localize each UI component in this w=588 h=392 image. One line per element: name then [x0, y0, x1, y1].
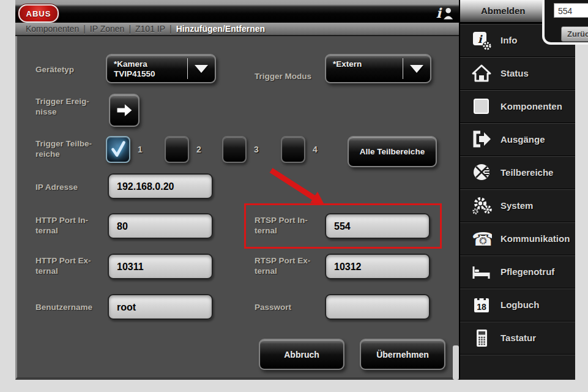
home-icon	[471, 63, 492, 84]
sidebar-item-label: Status	[501, 68, 529, 78]
trigger-partitions-label: Trigger Teilbe- reiche	[35, 138, 108, 159]
bed-icon	[471, 262, 492, 282]
info-gear-icon: i	[471, 30, 492, 51]
breadcrumb-ip-zonen[interactable]: IP Zonen	[90, 24, 125, 34]
sidebar-item-label: Pflegenotruf	[501, 266, 554, 277]
sidebar-item-label: System	[501, 200, 533, 211]
svg-text:☎: ☎	[472, 228, 492, 249]
partition-checkbox-3[interactable]	[222, 136, 247, 163]
sidebar-item-kommunikation[interactable]: ☎ Kommunikation	[460, 222, 575, 255]
breadcrumb-current-page: Hinzufügen/Entfernen	[176, 24, 265, 34]
trigger-mode-dropdown[interactable]: *Extern	[325, 54, 431, 83]
app-window: ABUS i Komponenten | IP Zonen | Z101 IP …	[15, 0, 575, 380]
password-input[interactable]	[325, 294, 430, 320]
partition-checkbox-1-label: 1	[138, 145, 143, 154]
partition-checkbox-2-label: 2	[196, 145, 201, 154]
device-type-value-line1: *Kamera	[114, 59, 187, 69]
sidebar-item-label: Ausgänge	[501, 134, 545, 145]
device-type-dropdown[interactable]: *Kamera TVIP41550	[106, 54, 216, 83]
ip-address-input[interactable]: 192.168.0.20	[108, 173, 213, 199]
svg-text:18: 18	[477, 302, 486, 312]
sidebar-item-ausgaenge[interactable]: Ausgänge	[460, 123, 575, 156]
popup-back-button[interactable]: Zurück	[561, 26, 588, 42]
http-port-external-label: HTTP Port Ex- ternal	[35, 255, 108, 276]
trigger-mode-value: *Extern	[326, 55, 403, 82]
cancel-button[interactable]: Abbruch	[259, 339, 344, 370]
rtsp-port-external-input[interactable]: 10312	[325, 254, 430, 279]
trigger-mode-value-text: *Extern	[333, 59, 403, 69]
http-port-internal-label: HTTP Port In- ternal	[35, 215, 108, 236]
sidebar-item-status[interactable]: Status	[460, 56, 575, 89]
telephone-icon: ☎	[471, 228, 492, 249]
trigger-events-label: Trigger Ereig- nisse	[35, 96, 108, 117]
svg-text:i: i	[436, 6, 442, 21]
sidebar-item-pflegenotruf[interactable]: Pflegenotruf	[460, 255, 575, 288]
abus-logo-text: ABUS	[26, 9, 51, 18]
breadcrumb-separator: |	[83, 24, 86, 34]
output-arrow-icon	[471, 129, 492, 150]
sidebar-item-system[interactable]: System	[460, 189, 575, 222]
value-entry-popup: 554 Zurück	[542, 0, 588, 45]
keypad-icon	[471, 328, 492, 349]
rtsp-port-internal-input[interactable]: 554	[325, 213, 430, 239]
sidebar-item-teilbereiche[interactable]: Teilbereiche	[460, 156, 575, 189]
breadcrumb: Komponenten | IP Zonen | Z101 IP | Hinzu…	[15, 23, 459, 36]
top-bar: ABUS i	[15, 0, 459, 23]
password-label: Passwort	[255, 302, 327, 312]
sidebar-item-label: Kommunikation	[501, 233, 570, 244]
device-type-value: *Kamera TVIP41550	[107, 55, 187, 82]
checkmark-icon	[108, 138, 128, 161]
rtsp-port-external-label: RTSP Port Ex- ternal	[255, 255, 327, 276]
sidebar-item-label: Tastatur	[501, 333, 536, 343]
http-port-internal-input[interactable]: 80	[108, 213, 213, 239]
sidebar-item-komponenten[interactable]: Komponenten	[460, 89, 575, 123]
component-square-icon	[471, 96, 492, 117]
username-label: Benutzername	[35, 302, 112, 312]
device-type-value-line2: TVIP41550	[114, 69, 187, 79]
chevron-down-icon	[403, 55, 430, 82]
rtsp-port-internal-label: RTSP Port In- ternal	[255, 215, 327, 236]
partition-checkbox-3-label: 3	[254, 145, 259, 154]
sidebar-item-label: Komponenten	[501, 101, 562, 111]
breadcrumb-z101-ip[interactable]: Z101 IP	[135, 24, 165, 34]
partition-checkbox-1[interactable]	[106, 136, 130, 163]
abus-config-page: ABUS i Komponenten | IP Zonen | Z101 IP …	[0, 0, 588, 392]
config-form: Gerätetyp *Kamera TVIP41550 Trigger Modu…	[15, 36, 459, 380]
sidebar-item-tastatur[interactable]: Tastatur	[460, 321, 575, 354]
popup-value-input[interactable]: 554	[554, 3, 588, 18]
partition-pie-icon	[471, 162, 492, 183]
device-type-label: Gerätetyp	[35, 64, 108, 75]
http-port-external-input[interactable]: 10311	[108, 254, 213, 279]
sidebar-item-label: Info	[501, 35, 518, 45]
arrow-right-icon	[113, 101, 135, 119]
sidebar-divider	[460, 354, 575, 355]
ip-address-label: IP Adresse	[35, 182, 108, 192]
sidebar-item-logbuch[interactable]: 18 Logbuch	[460, 288, 575, 321]
partition-checkbox-4-label: 4	[313, 145, 318, 154]
sidebar-item-label: Logbuch	[501, 300, 539, 310]
abus-logo: ABUS	[18, 4, 59, 23]
scrollbar[interactable]	[453, 345, 459, 380]
breadcrumb-separator: |	[169, 24, 172, 34]
breadcrumb-komponenten[interactable]: Komponenten	[26, 24, 79, 34]
username-input[interactable]: root	[108, 294, 213, 320]
apply-button[interactable]: Übernehmen	[360, 339, 445, 370]
info-user-icon[interactable]: i	[434, 5, 455, 23]
partition-checkbox-4[interactable]	[281, 136, 305, 163]
gears-icon	[471, 195, 492, 216]
partition-checkbox-2[interactable]	[165, 136, 189, 163]
all-partitions-button[interactable]: Alle Teilbereiche	[348, 136, 437, 167]
chevron-down-icon	[188, 55, 215, 82]
breadcrumb-separator: |	[128, 24, 131, 34]
trigger-mode-label: Trigger Modus	[255, 71, 331, 81]
calendar-18-icon: 18	[471, 295, 492, 315]
trigger-events-button[interactable]	[109, 94, 140, 127]
sidebar-item-label: Teilbereiche	[501, 167, 553, 178]
sidebar-menu: Abmelden i Info	[459, 0, 575, 380]
